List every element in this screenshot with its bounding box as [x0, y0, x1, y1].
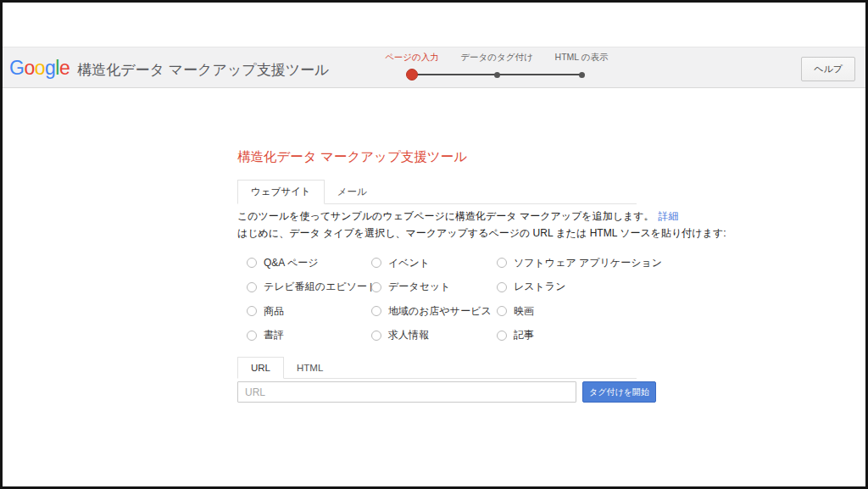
data-type-option[interactable]: 商品	[247, 299, 371, 324]
brand: Google 構造化データ マークアップ支援ツール	[9, 57, 330, 80]
data-type-option[interactable]: Q&A ページ	[247, 251, 371, 275]
data-type-option[interactable]: イベント	[371, 251, 497, 275]
url-row: タグ付けを開始	[237, 381, 656, 403]
data-type-label: 記事	[514, 328, 534, 342]
google-logo: Google	[9, 57, 70, 80]
step-label: HTML の表示	[535, 52, 628, 64]
instruction-text: はじめに、データ タイプを選択し、マークアップするページの URL または HT…	[237, 226, 726, 241]
radio-button-icon[interactable]	[371, 331, 381, 341]
input-tabbar: URLHTML	[237, 357, 637, 379]
radio-button-icon[interactable]	[371, 282, 381, 292]
help-button[interactable]: ヘルプ	[801, 57, 855, 81]
app-title: 構造化データ マークアップ支援ツール	[77, 60, 329, 80]
details-link[interactable]: 詳細	[659, 210, 679, 222]
page-title: 構造化データ マークアップ支援ツール	[237, 148, 467, 166]
logo-letter: o	[35, 57, 45, 79]
input-tab-html[interactable]: HTML	[284, 358, 336, 378]
logo-letter: o	[24, 57, 34, 79]
data-type-option[interactable]: データセット	[371, 275, 497, 300]
radio-button-icon[interactable]	[247, 258, 257, 268]
data-type-option[interactable]: 記事	[497, 324, 649, 348]
data-type-label: ソフトウェア アプリケーション	[514, 256, 662, 270]
step-dot	[579, 72, 585, 78]
progress-stepper: ページの入力データのタグ付けHTML の表示	[367, 52, 630, 87]
step-dot	[406, 69, 418, 81]
radio-button-icon[interactable]	[497, 282, 507, 292]
intro-sentence: このツールを使ってサンプルのウェブページに構造化データ マークアップを追加します…	[237, 210, 654, 222]
radio-button-icon[interactable]	[497, 258, 507, 268]
start-tagging-button[interactable]: タグ付けを開始	[582, 381, 656, 403]
step-data-tagging: データのタグ付け	[450, 52, 543, 64]
step-page-input: ページの入力	[365, 52, 459, 64]
logo-letter: G	[9, 57, 24, 79]
radio-button-icon[interactable]	[497, 306, 507, 316]
radio-button-icon[interactable]	[247, 331, 257, 341]
radio-button-icon[interactable]	[497, 331, 507, 341]
data-type-label: イベント	[388, 256, 430, 270]
source-tabbar: ウェブサイトメール	[237, 180, 637, 204]
logo-letter: g	[45, 57, 55, 79]
step-html-view: HTML の表示	[535, 52, 628, 64]
data-type-label: Q&A ページ	[264, 256, 319, 270]
url-input[interactable]	[237, 381, 576, 403]
app-window: Google 構造化データ マークアップ支援ツール ページの入力データのタグ付け…	[0, 0, 868, 489]
data-type-label: 地域のお店やサービス	[388, 304, 492, 319]
intro-text: このツールを使ってサンプルのウェブページに構造化データ マークアップを追加します…	[237, 209, 679, 224]
data-type-option[interactable]: レストラン	[497, 275, 649, 300]
data-type-label: レストラン	[514, 280, 565, 294]
radio-button-icon[interactable]	[247, 306, 257, 316]
data-type-label: 書評	[264, 328, 284, 342]
radio-button-icon[interactable]	[371, 306, 381, 316]
data-type-option[interactable]: 求人情報	[371, 324, 497, 348]
data-type-option[interactable]: 書評	[247, 324, 371, 348]
step-label: データのタグ付け	[450, 52, 543, 64]
input-tab-url[interactable]: URL	[237, 357, 284, 379]
data-type-option[interactable]: ソフトウェア アプリケーション	[497, 251, 649, 275]
data-type-label: テレビ番組のエピソード	[264, 280, 377, 294]
data-type-option[interactable]: テレビ番組のエピソード	[247, 275, 371, 300]
step-dot	[494, 72, 500, 78]
data-type-label: 商品	[264, 304, 284, 319]
data-type-label: 求人情報	[388, 328, 429, 342]
logo-letter: e	[59, 57, 70, 79]
step-label: ページの入力	[365, 52, 459, 64]
radio-button-icon[interactable]	[247, 282, 257, 292]
data-type-options: Q&A ページイベントソフトウェア アプリケーションテレビ番組のエピソードデータ…	[247, 251, 649, 347]
data-type-label: データセット	[388, 280, 450, 294]
source-tab-mail[interactable]: メール	[325, 181, 380, 203]
header: Google 構造化データ マークアップ支援ツール ページの入力データのタグ付け…	[3, 47, 865, 88]
data-type-option[interactable]: 映画	[497, 299, 649, 324]
data-type-option[interactable]: 地域のお店やサービス	[371, 299, 497, 324]
data-type-label: 映画	[514, 304, 534, 319]
source-tab-website[interactable]: ウェブサイト	[237, 180, 325, 204]
radio-button-icon[interactable]	[371, 258, 381, 268]
